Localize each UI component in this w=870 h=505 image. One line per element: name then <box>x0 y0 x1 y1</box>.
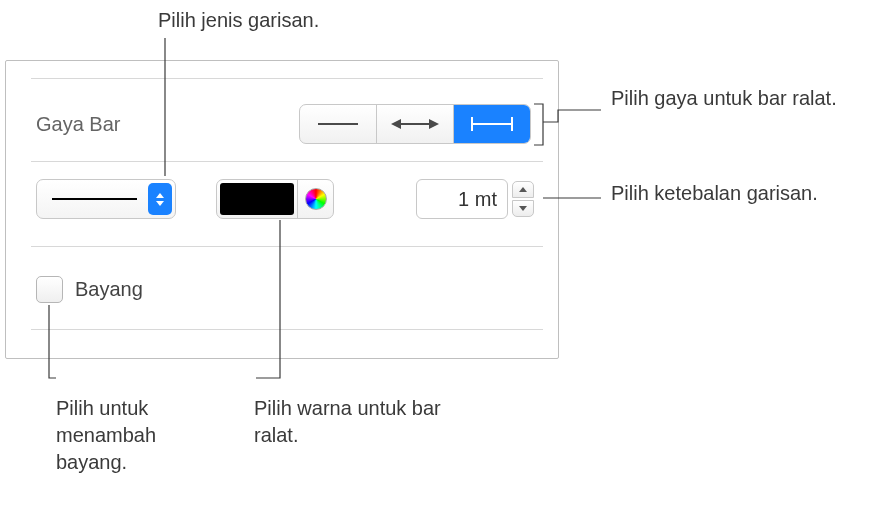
callout-line-type: Pilih jenis garisan. <box>158 7 319 34</box>
svg-marker-2 <box>391 119 401 129</box>
divider <box>31 78 543 79</box>
inspector-panel: Gaya Bar <box>5 60 559 359</box>
chevron-updown-icon <box>148 183 172 215</box>
stepper-down-button[interactable] <box>512 200 534 217</box>
stepper-buttons <box>512 179 534 219</box>
color-swatch[interactable] <box>220 183 294 215</box>
callout-shadow: Pilih untuk menambah bayang. <box>56 395 216 476</box>
svg-marker-3 <box>429 119 439 129</box>
triangle-down-icon <box>519 206 527 211</box>
shadow-checkbox[interactable] <box>36 276 63 303</box>
line-plain-icon <box>314 114 362 134</box>
line-solid-icon <box>52 198 137 200</box>
bar-style-segmented[interactable] <box>299 104 531 144</box>
line-color-well[interactable] <box>216 179 334 219</box>
color-picker-button[interactable] <box>297 180 333 218</box>
callout-thickness: Pilih ketebalan garisan. <box>611 180 818 207</box>
bar-style-line[interactable] <box>300 105 377 143</box>
bar-style-cap[interactable] <box>454 105 530 143</box>
shadow-row: Bayang <box>36 276 143 303</box>
thickness-field[interactable]: 1 mt <box>416 179 508 219</box>
stepper-up-button[interactable] <box>512 181 534 198</box>
divider <box>31 246 543 247</box>
shadow-label: Bayang <box>75 278 143 301</box>
divider <box>31 329 543 330</box>
triangle-up-icon <box>519 187 527 192</box>
bar-style-arrow[interactable] <box>377 105 454 143</box>
callout-bar-style: Pilih gaya untuk bar ralat. <box>611 85 837 112</box>
line-arrow-icon <box>389 114 441 134</box>
line-type-popup[interactable] <box>36 179 176 219</box>
callout-color: Pilih warna untuk bar ralat. <box>254 395 454 449</box>
color-wheel-icon <box>305 188 327 210</box>
line-cap-icon <box>466 114 518 134</box>
section-label: Gaya Bar <box>36 113 120 136</box>
thickness-stepper: 1 mt <box>416 179 534 219</box>
divider <box>31 161 543 162</box>
